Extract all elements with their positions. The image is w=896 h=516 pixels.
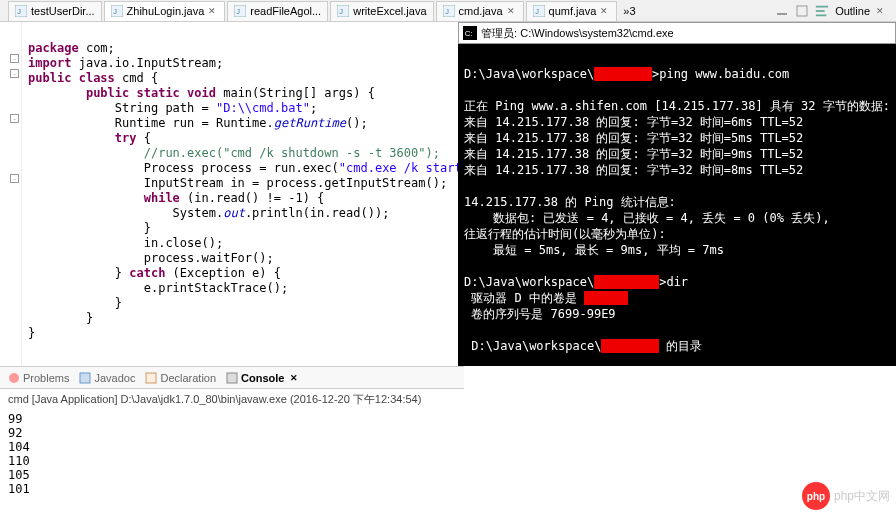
svg-point-19 [9, 373, 19, 383]
java-file-icon: J [337, 5, 349, 17]
close-icon[interactable]: ✕ [290, 373, 298, 383]
console-line: 105 [8, 468, 456, 482]
console-line: 101 [8, 482, 456, 496]
outline-label[interactable]: Outline [835, 5, 870, 17]
tab-testuserdir[interactable]: J testUserDir... [8, 1, 102, 21]
terminal-title: 管理员: C:\Windows\system32\cmd.exe [481, 25, 674, 41]
console-line: 99 [8, 412, 456, 426]
java-file-icon: J [234, 5, 246, 17]
terminal-titlebar[interactable]: C: 管理员: C:\Windows\system32\cmd.exe [458, 22, 896, 44]
php-logo-icon: php [802, 482, 830, 510]
tab-label: readFileAgol... [250, 5, 321, 17]
cmd-icon: C: [463, 26, 477, 40]
tab-declaration[interactable]: Declaration [145, 372, 216, 384]
fold-toggle[interactable]: - [10, 69, 19, 78]
close-icon[interactable]: ✕ [208, 6, 218, 16]
tab-problems[interactable]: Problems [8, 372, 69, 384]
svg-rect-13 [797, 6, 807, 16]
tab-label: testUserDir... [31, 5, 95, 17]
tab-label: writeExcel.java [353, 5, 426, 17]
svg-text:J: J [445, 7, 449, 16]
java-file-icon: J [111, 5, 123, 17]
svg-text:J: J [339, 7, 343, 16]
console-line: 110 [8, 454, 456, 468]
svg-text:J: J [113, 7, 117, 16]
problems-icon [8, 372, 20, 384]
svg-rect-16 [816, 14, 827, 16]
bottom-panel: Problems Javadoc Declaration Console ✕ c… [0, 366, 464, 516]
fold-toggle[interactable]: - [10, 54, 19, 63]
tab-cmd[interactable]: J cmd.java ✕ [436, 1, 524, 21]
console-output[interactable]: 99 92 104 110 105 101 [0, 410, 464, 498]
bottom-tabbar: Problems Javadoc Declaration Console ✕ [0, 367, 464, 389]
minimize-icon[interactable] [775, 4, 789, 18]
terminal-output[interactable]: D:\Java\workspace\thxxxxxx>ping www.baid… [458, 44, 896, 516]
svg-rect-22 [227, 373, 237, 383]
svg-text:J: J [535, 7, 539, 16]
declaration-icon [145, 372, 157, 384]
svg-rect-20 [80, 373, 90, 383]
watermark: php php中文网 [802, 482, 890, 510]
svg-text:J: J [17, 7, 21, 16]
tab-label: qumf.java [549, 5, 597, 17]
console-line: 92 [8, 426, 456, 440]
maximize-icon[interactable] [795, 4, 809, 18]
console-icon [226, 372, 238, 384]
main-area: - - - - package com; import java.io.Inpu… [0, 22, 896, 366]
code-gutter: - - - - [0, 22, 22, 366]
svg-rect-12 [777, 13, 787, 15]
java-file-icon: J [533, 5, 545, 17]
close-icon[interactable]: ✕ [600, 6, 610, 16]
tab-readfileagol[interactable]: J readFileAgol... [227, 1, 328, 21]
fold-toggle[interactable]: - [10, 174, 19, 183]
java-file-icon: J [443, 5, 455, 17]
console-header: cmd [Java Application] D:\Java\jdk1.7.0_… [0, 389, 464, 410]
tab-zhihulogin[interactable]: J ZhihuLogin.java ✕ [104, 1, 226, 21]
javadoc-icon [79, 372, 91, 384]
close-icon[interactable]: ✕ [876, 6, 886, 16]
svg-rect-15 [816, 10, 825, 12]
console-line: 104 [8, 440, 456, 454]
svg-rect-14 [816, 5, 828, 7]
tab-javadoc[interactable]: Javadoc [79, 372, 135, 384]
java-file-icon: J [15, 5, 27, 17]
outline-icon [815, 4, 829, 18]
tab-label: cmd.java [459, 5, 503, 17]
svg-text:C:: C: [465, 29, 473, 38]
tab-qumf[interactable]: J qumf.java ✕ [526, 1, 618, 21]
svg-rect-21 [146, 373, 156, 383]
cmd-terminal: C: 管理员: C:\Windows\system32\cmd.exe D:\J… [458, 22, 896, 366]
tab-console[interactable]: Console ✕ [226, 372, 297, 384]
code-editor[interactable]: package com; import java.io.InputStream;… [22, 22, 458, 366]
tab-label: ZhihuLogin.java [127, 5, 205, 17]
more-tabs-indicator[interactable]: »3 [623, 5, 635, 17]
close-icon[interactable]: ✕ [507, 6, 517, 16]
svg-text:J: J [237, 7, 241, 16]
fold-toggle[interactable]: - [10, 114, 19, 123]
editor-tabbar: J testUserDir... J ZhihuLogin.java ✕ J r… [0, 0, 896, 22]
tab-writeexcel[interactable]: J writeExcel.java [330, 1, 433, 21]
